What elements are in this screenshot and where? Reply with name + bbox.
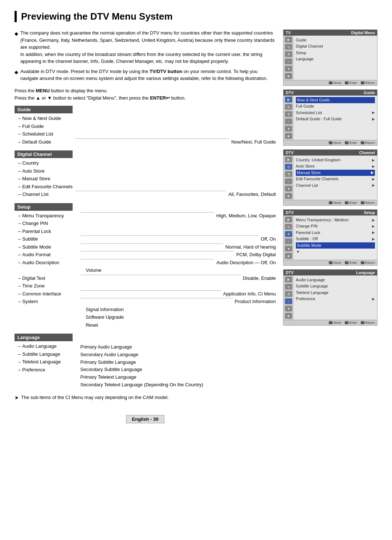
setup-item-timezone: –Time Zone [18, 282, 276, 290]
setup-section: Setup –Menu Transparency High, Medium, L… [15, 203, 276, 329]
dtv-panel-1-footer: Move Enter Return [283, 80, 377, 85]
dtv-panel-1-icons: ▶ ◎ ⚙ ♪ ★ ■ [283, 36, 294, 80]
lang-item-teletext: –Teletext Language [18, 358, 77, 366]
dtv-p2-now-next: Now & Next Guide [296, 97, 375, 103]
footer-move-4: Move [329, 261, 341, 265]
language-section: Language –Audio Language –Subtitle Langu… [15, 334, 276, 389]
dtv-p3-list: Channel List▶ [296, 182, 375, 189]
dtv-p2-scheduled: Scheduled List▶ [296, 110, 375, 116]
dtv-p5-teletext: Teletext Language [296, 290, 375, 296]
dtv-panel-5-icons: ▶ ◎ ⚙ ♪ ★ ■ [283, 275, 294, 320]
dtv-panel-2-header-left: DTV [286, 90, 294, 95]
footer-return-2: Return [361, 141, 375, 145]
dtv-icon-2-3: ⚙ [285, 111, 292, 117]
footer-icon-return-5 [361, 321, 364, 324]
channel-item-edit: –Edit Favourite Channels [18, 183, 276, 190]
dtv-p3-auto: Auto Store▶ [296, 163, 375, 169]
lang-value-secondary-subtitle: Secondary Subtitle Language [80, 366, 203, 374]
dtv-panel-3-header: DTV Channel [283, 150, 377, 156]
dtv-icon-2-1: ▶ [285, 97, 292, 102]
dtv-icon-1-6: ■ [285, 73, 292, 79]
footer-return-1: Return [361, 81, 375, 85]
guide-items: –Now & Next Guide –Full Guide –Scheduled… [18, 115, 276, 145]
footer-return-3: Return [361, 201, 375, 205]
dtv-p3-manual: Manual Store▶ [296, 170, 375, 176]
dtv-panel-language: DTV Language ▶ ◎ ⚙ ♪ ★ ■ Audio Language … [283, 269, 377, 326]
setup-item-audio-format: –Audio Format PCM, Dolby Digital [18, 251, 276, 258]
dtv-p4-subtitle-mode: Subtitle Mode [296, 242, 375, 249]
language-header: Language [15, 334, 73, 341]
dtv-icon-4-5: ★ [285, 246, 292, 251]
dtv-icon-4-2: ◎ [285, 224, 292, 230]
dtv-panel-5-content: Audio Language Subtitle Language Teletex… [294, 275, 377, 320]
dtv-panel-4-icons: ▶ ◎ ⚙ ♪ ★ ■ [283, 215, 294, 260]
dtv-panel-5-footer: Move Enter Return [283, 320, 377, 325]
dtv-panel-2-content: Now & Next Guide Full Guide Scheduled Li… [294, 96, 377, 140]
lang-item-subtitle: –Subtitle Language [18, 351, 77, 358]
bullet-diamond-1: ◆ [15, 30, 18, 65]
lang-item-preference: –Preference [18, 366, 77, 374]
dtv-icon-3-4: ♪ [285, 178, 292, 184]
dtv-panel-2-header: DTV Guide [283, 90, 377, 96]
footer-move-1: Move [329, 81, 341, 85]
dtv-panel-3-header-left: DTV [286, 150, 294, 155]
language-left: –Audio Language –Subtitle Language –Tele… [18, 343, 77, 389]
channel-item-country: –Country [18, 160, 276, 167]
setup-item-signal: – Signal Information [18, 306, 276, 313]
dtv-p4-parental: Parental Lock▶ [296, 230, 375, 236]
digital-channel-header: Digital Channel [15, 150, 73, 158]
footer-icon-enter-5 [345, 321, 348, 324]
footer-move-5: Move [329, 321, 341, 325]
dtv-panel-setup: DTV Setup ▶ ◎ ⚙ ♪ ★ ■ Menu Transparency … [283, 209, 377, 266]
setup-header: Setup [15, 203, 73, 211]
setup-item-transparency: –Menu Transparency High, Medium, Low, Op… [18, 212, 276, 219]
dtv-panel-4-footer: Move Enter Return [283, 260, 377, 265]
dtv-icon-1-5: ★ [285, 66, 292, 72]
footer-icon-return-2 [361, 141, 364, 144]
channel-item-list: –Channel List All, Favourites, Default [18, 191, 276, 198]
lang-value-primary-subtitle: Primary Subtitle Language [80, 359, 203, 366]
language-items: –Audio Language –Subtitle Language –Tele… [18, 343, 276, 389]
setup-item-software: – Software Upgrade [18, 314, 276, 321]
dtv-panel-1-header-left: TV [286, 31, 291, 35]
bullet-diamond-2: ◆ [15, 69, 18, 82]
dtv-panel-4-content: Menu Transparency : Medium▶ Change PIN▶ … [294, 215, 377, 260]
dtv-icon-2-4: ♪ [285, 118, 292, 124]
channel-item-manual: –Manual Store [18, 175, 276, 182]
footer-return-4: Return [361, 261, 375, 265]
footer-return-5: Return [361, 321, 375, 325]
dtv-panel-2-footer: Move Enter Return [283, 140, 377, 145]
dtv-panel-4-body: ▶ ◎ ⚙ ♪ ★ ■ Menu Transparency : Medium▶ … [283, 215, 377, 260]
dtv-p5-preference: Preference▶ [296, 296, 375, 302]
footer-icon-enter-4 [345, 261, 348, 264]
dtv-panel-5-header-right: Language [356, 270, 375, 275]
dtv-icon-1-3: ⚙ [285, 51, 292, 57]
note-arrow: ➤ [15, 395, 19, 400]
dtv-icon-3-3: ⚙ [285, 171, 292, 177]
footer-enter-1: Enter [345, 81, 357, 85]
setup-item-audio-desc: –Audio Description Audio Description — O… [18, 259, 276, 266]
dtv-panel-4-header-left: DTV [286, 210, 294, 215]
dtv-panels: TV Digital Menu ▶ ◎ ⚙ ♪ ★ ■ Guide Digita… [283, 29, 377, 423]
footer-icon-move-4 [329, 261, 332, 264]
footer-icon-enter-1 [345, 81, 348, 84]
dtv-p3-edit: Edit Favourite Channels▶ [296, 176, 375, 182]
lang-value-secondary-audio: Secondary Audio Language [80, 351, 203, 359]
dtv-panel-3-header-right: Channel [359, 150, 375, 155]
dtv-panel-1-header-right: Digital Menu [351, 31, 375, 35]
dtv-panel-4-header-right: Setup [364, 210, 375, 215]
dtv-p5-audio: Audio Language [296, 277, 375, 283]
dtv-panel-3-content: Country :United Kingdom▶ Auto Store▶ Man… [294, 156, 377, 200]
dtv-panel-3-body: ▶ ◎ ⚙ ♪ ★ ■ Country :United Kingdom▶ Aut… [283, 156, 377, 200]
page-title: Previewing the DTV Menu System [15, 11, 377, 22]
dtv-panel-3-icons: ▶ ◎ ⚙ ♪ ★ ■ [283, 156, 294, 200]
dtv-p2-full-guide: Full Guide [296, 103, 375, 109]
dtv-icon-4-6: ■ [285, 253, 292, 259]
dtv-icon-1-4: ♪ [285, 59, 292, 64]
guide-item-scheduled: –Scheduled List [18, 130, 276, 138]
lang-value-primary-audio: Primary Audio Language [80, 343, 203, 351]
footer-icon-return-3 [361, 201, 364, 204]
dtv-icon-4-1: ▶ [285, 217, 292, 222]
footer-enter-2: Enter [345, 141, 357, 145]
footer-icon-move-1 [329, 81, 332, 84]
